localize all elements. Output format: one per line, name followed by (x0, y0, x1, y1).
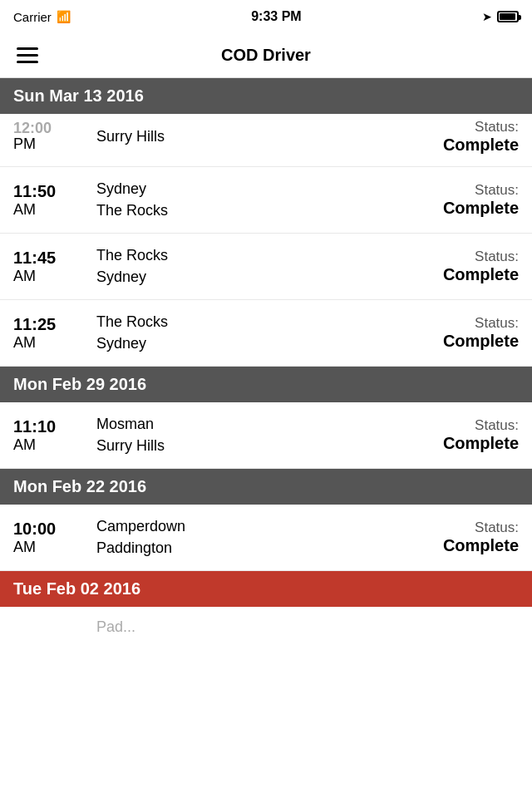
status-value-1145: Complete (443, 265, 519, 284)
trip-to-1000: Paddington (96, 538, 435, 559)
trip-route-partial: Surry Hills (88, 126, 443, 147)
time-ampm-1145: AM (13, 268, 88, 285)
trip-row-partial-top[interactable]: 12:00 PM Surry Hills Status: Complete (0, 114, 532, 167)
trip-route-1110: Mosman Surry Hills (88, 414, 443, 456)
date-header-mon-feb-22: Mon Feb 22 2016 (0, 469, 532, 505)
status-bar: Carrier 📶 9:33 PM ➤ (0, 0, 532, 33)
status-value-1150: Complete (443, 199, 519, 218)
carrier-label: Carrier (13, 10, 52, 24)
trip-time-1000: 10:00 AM (13, 520, 88, 556)
battery-icon (497, 11, 519, 22)
status-label-1150: Status: (443, 182, 519, 199)
status-value-1110: Complete (443, 434, 519, 453)
trip-status-1110: Status: Complete (443, 417, 519, 453)
trip-row-1000[interactable]: 10:00 AM Camperdown Paddington Status: C… (0, 505, 532, 571)
trip-time-1110: 11:10 AM (13, 417, 88, 454)
time-ampm-partial: PM (13, 135, 88, 153)
trip-from-1145: The Rocks (96, 245, 435, 266)
status-label-1125: Status: (443, 315, 519, 332)
trip-row-1125[interactable]: 11:25 AM The Rocks Sydney Status: Comple… (0, 300, 532, 367)
time-main-1150: 11:50 (13, 182, 88, 201)
trip-row-1145[interactable]: 11:45 AM The Rocks Sydney Status: Comple… (0, 234, 532, 300)
trip-time-1125: 11:25 AM (13, 315, 88, 352)
trip-destination-partial: Surry Hills (96, 126, 435, 147)
menu-button[interactable] (13, 44, 42, 66)
time-main-1000: 10:00 (13, 520, 88, 539)
time-ampm-1125: AM (13, 334, 88, 352)
trip-from-1110: Mosman (96, 414, 435, 435)
date-header-sun-mar-13: Sun Mar 13 2016 (0, 78, 532, 114)
trip-route-1150: Sydney The Rocks (88, 179, 443, 220)
time-ampm-1150: AM (13, 201, 88, 219)
trip-route-1125: The Rocks Sydney (88, 312, 443, 353)
trip-row-bottom-partial[interactable]: Pad... (0, 607, 532, 640)
status-bar-time: 9:33 PM (251, 9, 301, 24)
header-title: COD Driver (221, 46, 311, 65)
trip-partial-time: 12:00 PM (13, 121, 88, 153)
status-label-1145: Status: (443, 249, 519, 265)
trip-route-1145: The Rocks Sydney (88, 245, 443, 287)
trip-from-1150: Sydney (96, 179, 435, 200)
hamburger-line-3 (17, 61, 38, 63)
trip-status-1145: Status: Complete (443, 249, 519, 284)
trip-time-1145: 11:45 AM (13, 249, 88, 285)
time-ampm-1110: AM (13, 436, 88, 454)
trip-to-1150: The Rocks (96, 200, 435, 221)
time-main-1110: 11:10 (13, 417, 88, 436)
status-label-1000: Status: (443, 520, 519, 536)
trip-status-1000: Status: Complete (443, 520, 519, 555)
trip-route-1000: Camperdown Paddington (88, 516, 443, 558)
time-main-1125: 11:25 (13, 315, 88, 334)
trip-status-1150: Status: Complete (443, 182, 519, 218)
status-value-1000: Complete (443, 536, 519, 555)
wifi-icon: 📶 (57, 10, 71, 23)
trip-from-1125: The Rocks (96, 312, 435, 332)
trip-to-1110: Surry Hills (96, 436, 435, 456)
hamburger-line-1 (17, 47, 38, 50)
app-header: COD Driver (0, 33, 532, 78)
time-ampm-1000: AM (13, 539, 88, 556)
status-bar-left: Carrier 📶 (13, 10, 71, 24)
hamburger-line-2 (17, 54, 38, 57)
date-header-tue-feb-02: Tue Feb 02 2016 (0, 571, 532, 607)
date-header-mon-feb-29: Mon Feb 29 2016 (0, 367, 532, 402)
location-icon: ➤ (482, 10, 492, 23)
status-bar-right: ➤ (482, 10, 519, 23)
trip-to-1145: Sydney (96, 267, 435, 288)
trip-status-1125: Status: Complete (443, 315, 519, 351)
trip-status-partial: Status: Complete (443, 119, 519, 155)
trip-time-1150: 11:50 AM (13, 182, 88, 219)
trip-partial-destination: Pad... (96, 618, 510, 636)
status-value-partial: Complete (443, 135, 519, 155)
status-label-1110: Status: (443, 417, 519, 434)
status-label-partial: Status: (443, 119, 519, 135)
trip-from-1000: Camperdown (96, 516, 435, 537)
trip-row-1150[interactable]: 11:50 AM Sydney The Rocks Status: Comple… (0, 167, 532, 234)
status-value-1125: Complete (443, 332, 519, 351)
time-partial-top: 12:00 (13, 121, 88, 135)
time-main-1145: 11:45 (13, 249, 88, 268)
trip-to-1125: Sydney (96, 333, 435, 354)
trip-row-1110[interactable]: 11:10 AM Mosman Surry Hills Status: Comp… (0, 402, 532, 469)
trip-route-bottom-partial: Pad... (88, 618, 519, 636)
